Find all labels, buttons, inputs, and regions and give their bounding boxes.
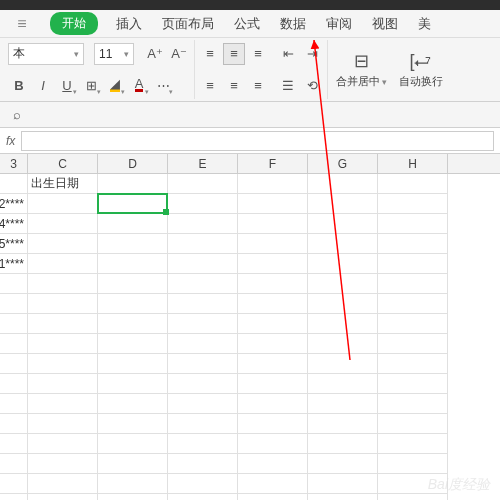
cell[interactable] — [98, 454, 168, 474]
cell[interactable] — [308, 454, 378, 474]
orientation-button[interactable]: ⟲ — [301, 74, 323, 96]
cell[interactable] — [238, 314, 308, 334]
cell[interactable] — [308, 234, 378, 254]
cell[interactable] — [168, 214, 238, 234]
cell[interactable] — [98, 434, 168, 454]
cell[interactable] — [98, 334, 168, 354]
cell[interactable] — [378, 194, 448, 214]
cell[interactable] — [98, 414, 168, 434]
col-header-g[interactable]: G — [308, 154, 378, 173]
tab-review[interactable]: 审阅 — [318, 10, 360, 37]
col-header-h[interactable]: H — [378, 154, 448, 173]
tab-insert[interactable]: 插入 — [108, 10, 150, 37]
italic-button[interactable]: I — [32, 74, 54, 96]
cell[interactable] — [378, 454, 448, 474]
tab-data[interactable]: 数据 — [272, 10, 314, 37]
cell[interactable] — [308, 374, 378, 394]
cell[interactable] — [28, 354, 98, 374]
cell[interactable] — [238, 294, 308, 314]
cell[interactable] — [378, 494, 448, 500]
tab-page-layout[interactable]: 页面布局 — [154, 10, 222, 37]
cell[interactable] — [28, 394, 98, 414]
cell[interactable] — [28, 414, 98, 434]
cell[interactable] — [98, 354, 168, 374]
cell[interactable] — [308, 174, 378, 194]
tab-view[interactable]: 视图 — [364, 10, 406, 37]
cell[interactable] — [308, 414, 378, 434]
align-right-button[interactable]: ≡ — [247, 74, 269, 96]
cell[interactable] — [168, 454, 238, 474]
cell[interactable] — [168, 194, 238, 214]
cell[interactable] — [0, 174, 28, 194]
cell[interactable] — [238, 434, 308, 454]
wrap-text-button[interactable]: [⮐ 自动换行 — [395, 42, 447, 98]
cell[interactable] — [98, 374, 168, 394]
cell[interactable] — [308, 274, 378, 294]
cell[interactable] — [0, 494, 28, 500]
cell[interactable] — [238, 214, 308, 234]
fx-icon[interactable]: fx — [6, 134, 15, 148]
cell[interactable] — [28, 314, 98, 334]
cell[interactable] — [308, 294, 378, 314]
cell[interactable] — [308, 354, 378, 374]
cell[interactable] — [0, 394, 28, 414]
align-bottom-button[interactable]: ≡ — [247, 43, 269, 65]
cell[interactable] — [378, 294, 448, 314]
cell[interactable] — [28, 254, 98, 274]
cell[interactable] — [98, 254, 168, 274]
cell[interactable] — [378, 434, 448, 454]
cell[interactable] — [168, 174, 238, 194]
increase-font-button[interactable]: A⁺ — [144, 43, 166, 65]
cell[interactable] — [28, 234, 98, 254]
tab-formulas[interactable]: 公式 — [226, 10, 268, 37]
font-color-button[interactable]: A — [128, 74, 150, 96]
cell[interactable] — [0, 334, 28, 354]
cell[interactable] — [28, 294, 98, 314]
cell[interactable] — [28, 434, 98, 454]
cell[interactable] — [0, 474, 28, 494]
col-header[interactable]: 3 — [0, 154, 28, 173]
cell[interactable] — [308, 474, 378, 494]
cell[interactable] — [308, 434, 378, 454]
border-button[interactable]: ⊞ — [80, 74, 102, 96]
cell[interactable] — [98, 234, 168, 254]
cell[interactable] — [168, 374, 238, 394]
cell[interactable] — [378, 254, 448, 274]
align-justify-button[interactable]: ☰ — [277, 74, 299, 96]
cell[interactable] — [0, 294, 28, 314]
cell[interactable] — [168, 434, 238, 454]
cell[interactable] — [98, 214, 168, 234]
cell[interactable] — [308, 334, 378, 354]
cell[interactable] — [0, 314, 28, 334]
cell[interactable] — [98, 194, 168, 214]
cell[interactable] — [308, 394, 378, 414]
cell[interactable]: 0104**** — [0, 214, 28, 234]
cell[interactable] — [168, 334, 238, 354]
cell[interactable]: 0202**** — [0, 194, 28, 214]
align-middle-button[interactable]: ≡ — [223, 43, 245, 65]
cell[interactable] — [98, 494, 168, 500]
font-size-select[interactable]: 11 ▾ — [94, 43, 134, 65]
cell[interactable] — [98, 274, 168, 294]
cell[interactable] — [0, 274, 28, 294]
cell[interactable] — [238, 374, 308, 394]
cell[interactable] — [378, 234, 448, 254]
align-center-button[interactable]: ≡ — [223, 74, 245, 96]
underline-button[interactable]: U — [56, 74, 78, 96]
cell[interactable] — [28, 374, 98, 394]
cell[interactable] — [168, 354, 238, 374]
cell[interactable] — [28, 214, 98, 234]
cell[interactable] — [238, 494, 308, 500]
col-header-f[interactable]: F — [238, 154, 308, 173]
cell[interactable] — [168, 394, 238, 414]
cell[interactable] — [378, 354, 448, 374]
cell[interactable] — [238, 394, 308, 414]
cell[interactable] — [238, 414, 308, 434]
tab-home[interactable]: 开始 — [50, 12, 98, 35]
cell[interactable] — [378, 374, 448, 394]
cell[interactable] — [378, 334, 448, 354]
cell[interactable] — [378, 414, 448, 434]
merge-center-button[interactable]: ⊟ 合并居中▾ — [332, 42, 391, 98]
cell[interactable] — [238, 174, 308, 194]
cell[interactable] — [238, 254, 308, 274]
